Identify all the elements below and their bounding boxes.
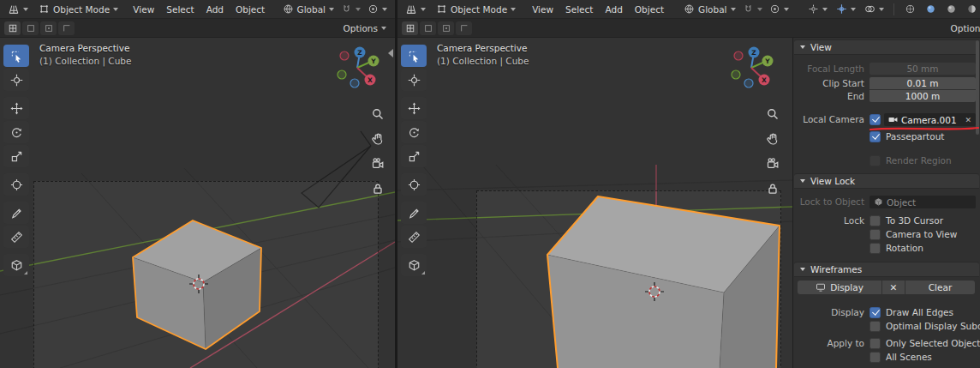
menu-select[interactable]: Select xyxy=(160,2,200,17)
tool-annotate[interactable] xyxy=(401,202,427,224)
mode-dropdown[interactable]: Object Mode xyxy=(433,2,519,16)
to-3d-cursor-checkbox[interactable] xyxy=(869,215,881,226)
cube-object[interactable] xyxy=(133,220,261,349)
panel-header-wireframes[interactable]: Wireframes xyxy=(794,262,979,277)
navigation-gizmo[interactable]: Z Y X xyxy=(337,45,381,89)
viewport-left[interactable]: Camera Perspective (1) Collection | Cube xyxy=(0,38,395,368)
shading-rendered-button[interactable] xyxy=(962,2,980,17)
tool-add-cube[interactable] xyxy=(3,254,29,276)
tool-scale[interactable] xyxy=(401,145,427,167)
focal-length-field[interactable]: 50 mm xyxy=(869,63,976,75)
menu-object[interactable]: Object xyxy=(629,2,670,17)
tool-transform[interactable] xyxy=(401,173,427,196)
toolsettings-button-3[interactable] xyxy=(40,21,57,35)
menu-select[interactable]: Select xyxy=(559,2,599,17)
viewport-scene[interactable] xyxy=(0,38,395,368)
wireframes-clear-button[interactable]: Clear xyxy=(905,281,975,294)
pan-button[interactable] xyxy=(763,130,782,148)
tool-move[interactable] xyxy=(3,97,29,119)
camera-view-button[interactable] xyxy=(368,154,387,173)
proportional-editing-button[interactable] xyxy=(766,2,792,16)
transform-orientation-dropdown[interactable]: Global xyxy=(680,2,739,16)
camera-object-wireframe[interactable] xyxy=(302,131,371,208)
wireframes-close-button[interactable]: ✕ xyxy=(882,281,905,294)
navigation-gizmo[interactable]: Z Y X xyxy=(731,45,775,89)
options-dropdown[interactable]: Options xyxy=(946,21,980,35)
tool-scale[interactable] xyxy=(3,145,29,167)
zoom-button[interactable] xyxy=(368,105,387,124)
toolsettings-button-4[interactable] xyxy=(456,21,472,35)
menu-view[interactable]: View xyxy=(127,2,160,17)
region-collapse-arrow[interactable] xyxy=(388,49,393,57)
gizmo-x-negative[interactable] xyxy=(340,51,349,60)
tool-measure[interactable] xyxy=(401,226,427,248)
options-dropdown[interactable]: Options xyxy=(338,21,391,35)
overlays-button[interactable] xyxy=(861,2,887,16)
lock-button[interactable] xyxy=(368,179,387,198)
pivot-point-button[interactable] xyxy=(804,2,831,16)
snapping-button[interactable] xyxy=(338,2,364,16)
panel-title: View xyxy=(810,42,832,52)
passepartout-checkbox[interactable] xyxy=(869,131,881,142)
shading-wireframe-button[interactable] xyxy=(900,2,919,17)
transform-orientation-dropdown[interactable]: Global xyxy=(279,2,338,16)
toolsettings-button-4[interactable] xyxy=(58,21,75,35)
tool-transform[interactable] xyxy=(3,173,29,196)
all-scenes-checkbox[interactable] xyxy=(869,352,881,363)
menu-add[interactable]: Add xyxy=(200,2,230,17)
tool-add-cube[interactable] xyxy=(401,254,427,276)
tool-move[interactable] xyxy=(401,97,427,119)
shading-solid-button[interactable] xyxy=(921,2,940,17)
camera-to-view-checkbox[interactable] xyxy=(869,229,881,240)
menu-add[interactable]: Add xyxy=(599,2,628,17)
only-selected-objects-checkbox[interactable] xyxy=(869,338,881,349)
toolsettings-button-1[interactable] xyxy=(402,21,418,35)
mode-dropdown[interactable]: Object Mode xyxy=(35,2,122,16)
gizmo-z-negative[interactable] xyxy=(350,79,359,87)
camera-view-button[interactable] xyxy=(763,154,782,173)
editor-type-button[interactable] xyxy=(4,2,32,17)
gizmo-z-negative[interactable] xyxy=(744,79,753,87)
zoom-button[interactable] xyxy=(763,105,782,124)
snapping-button[interactable] xyxy=(739,2,766,16)
local-camera-checkbox[interactable] xyxy=(869,114,881,125)
tool-cursor[interactable] xyxy=(3,69,29,91)
clip-start-field[interactable]: 0.01 m xyxy=(869,77,976,89)
draw-all-edges-checkbox[interactable] xyxy=(869,307,881,318)
tool-select-box[interactable] xyxy=(401,45,427,67)
tool-rotate[interactable] xyxy=(401,121,427,143)
rotation-checkbox[interactable] xyxy=(869,243,881,254)
tool-annotate[interactable] xyxy=(3,202,29,224)
tool-cursor[interactable] xyxy=(401,69,427,91)
gizmos-button[interactable] xyxy=(833,2,859,16)
proportional-editing-button[interactable] xyxy=(364,2,391,16)
tool-select-box[interactable] xyxy=(3,45,29,67)
local-camera-id-field[interactable]: Camera.001 ✕ xyxy=(884,113,976,126)
render-region-checkbox[interactable] xyxy=(869,155,881,166)
toolsettings-button-1[interactable] xyxy=(4,21,21,35)
menu-object[interactable]: Object xyxy=(230,2,271,17)
lock-to-object-field[interactable]: Object xyxy=(869,196,976,208)
menu-view[interactable]: View xyxy=(526,2,559,17)
cube-object[interactable] xyxy=(547,196,780,368)
toolsettings-button-2[interactable] xyxy=(22,21,39,35)
editor-type-button[interactable] xyxy=(402,2,429,17)
clip-end-field[interactable]: 1000 m xyxy=(869,90,976,102)
viewport-right[interactable]: Camera Perspective (1) Collection | Cube xyxy=(397,38,792,368)
gizmo-y-negative[interactable] xyxy=(732,70,740,79)
optimal-display-checkbox[interactable] xyxy=(869,321,881,332)
sidebar-scrollbar[interactable] xyxy=(976,40,979,135)
lock-button[interactable] xyxy=(763,179,782,198)
panel-header-view[interactable]: View xyxy=(794,39,979,55)
gizmo-y-negative[interactable] xyxy=(338,70,346,79)
toolsettings-button-3[interactable] xyxy=(438,21,454,35)
wireframes-display-button[interactable]: Display xyxy=(798,281,881,294)
pan-button[interactable] xyxy=(368,130,387,148)
toolsettings-button-2[interactable] xyxy=(420,21,436,35)
clear-id-icon[interactable]: ✕ xyxy=(965,114,971,126)
gizmo-x-negative[interactable] xyxy=(734,51,743,60)
tool-rotate[interactable] xyxy=(3,121,29,143)
panel-header-view-lock[interactable]: View Lock xyxy=(794,173,979,189)
shading-material-button[interactable] xyxy=(941,2,960,17)
tool-measure[interactable] xyxy=(3,226,29,248)
